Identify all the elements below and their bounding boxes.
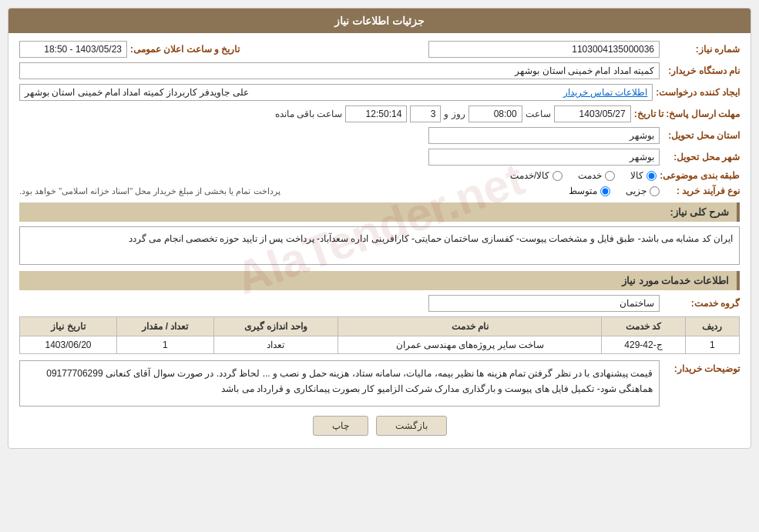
response-days: 3 [410, 105, 441, 122]
table-cell-service_name: ساخت سایر پروژه‌های مهندسی عمران [338, 336, 602, 354]
city-value: بوشهر [428, 149, 660, 166]
buyer-org-value: کمیته امداد امام خمینی استان بوشهر [19, 62, 660, 79]
pub-date-label: تاریخ و ساعت اعلان عمومی: [130, 44, 240, 55]
buyer-org-label: نام دستگاه خریدار: [663, 65, 740, 76]
city-label: شهر محل تحویل: [663, 152, 740, 162]
purchase-type-note: پرداخت تمام یا بخشی از مبلغ خریدار محل "… [19, 186, 280, 196]
col-service-code: کد خدمت [602, 317, 686, 336]
col-unit: واحد اندازه گیری [213, 317, 338, 336]
services-section-title: اطلاعات خدمات مورد نیاز [19, 271, 740, 290]
request-number-value: 1103004135000036 [428, 41, 660, 58]
province-label: استان محل تحویل: [663, 130, 740, 141]
response-date: 1403/05/27 [554, 105, 631, 122]
creator-link[interactable]: اطلاعات تماس خریدار [563, 87, 648, 98]
buyer-notes-label: توضیحات خریدار: [663, 360, 740, 374]
category-kala[interactable]: کالا [630, 170, 657, 181]
description-section-title: شرح کلی نیاز: [19, 202, 740, 222]
province-value: بوشهر [428, 127, 660, 144]
response-time-label: ساعت [526, 109, 551, 119]
table-cell-date: 1403/06/20 [20, 336, 117, 354]
description-box: ایران کد مشابه می باشد- طبق فایل و مشخصا… [19, 226, 740, 265]
category-kala-khedmat[interactable]: کالا/خدمت [510, 170, 563, 181]
table-cell-unit: تعداد [213, 336, 338, 354]
response-remaining: 12:50:14 [345, 105, 407, 122]
pub-date-value: 1403/05/23 - 18:50 [19, 41, 127, 58]
table-row: 1ج-42-429ساخت سایر پروژه‌های مهندسی عمرا… [20, 336, 740, 354]
service-group-value: ساختمان [428, 295, 660, 312]
page-title: جزئیات اطلاعات نیاز [8, 8, 751, 33]
col-service-name: نام خدمت [338, 317, 602, 336]
service-group-label: گروه خدمت: [663, 298, 740, 309]
response-deadline-label: مهلت ارسال پاسخ: تا تاریخ: [634, 109, 740, 119]
col-qty: تعداد / مقدار [117, 317, 214, 336]
response-time: 08:00 [468, 105, 522, 122]
creator-value: علی جاویدفر کاربرداز کمیته امداد امام خم… [25, 87, 249, 98]
category-khedmat[interactable]: خدمت [578, 170, 615, 181]
creator-label: ایجاد کننده درخواست: [656, 87, 740, 98]
table-cell-service_code: ج-42-429 [602, 336, 686, 354]
table-cell-row_num: 1 [685, 336, 739, 354]
response-remaining-label: ساعت باقی مانده [275, 109, 343, 119]
col-row-num: ردیف [685, 317, 739, 336]
response-day-label: روز و [444, 109, 465, 119]
request-number-label: شماره نیاز: [663, 44, 740, 55]
table-cell-qty: 1 [117, 336, 214, 354]
col-date: تاریخ نیاز [20, 317, 117, 336]
purchase-type-label: نوع فرآیند خرید : [663, 186, 740, 196]
button-row: بازگشت چاپ [19, 416, 740, 436]
buyer-notes-box: قیمت پیشنهادی با در نظر گرفتن تمام هزینه… [19, 360, 660, 407]
purchase-type-jozii[interactable]: جزیی [626, 186, 660, 196]
back-button[interactable]: بازگشت [376, 416, 447, 436]
category-label: طبقه بندی موضوعی: [660, 170, 740, 181]
print-button[interactable]: چاپ [313, 416, 368, 436]
purchase-type-motevaset[interactable]: متوسط [569, 186, 610, 196]
services-table: ردیف کد خدمت نام خدمت واحد اندازه گیری ت… [19, 316, 740, 354]
